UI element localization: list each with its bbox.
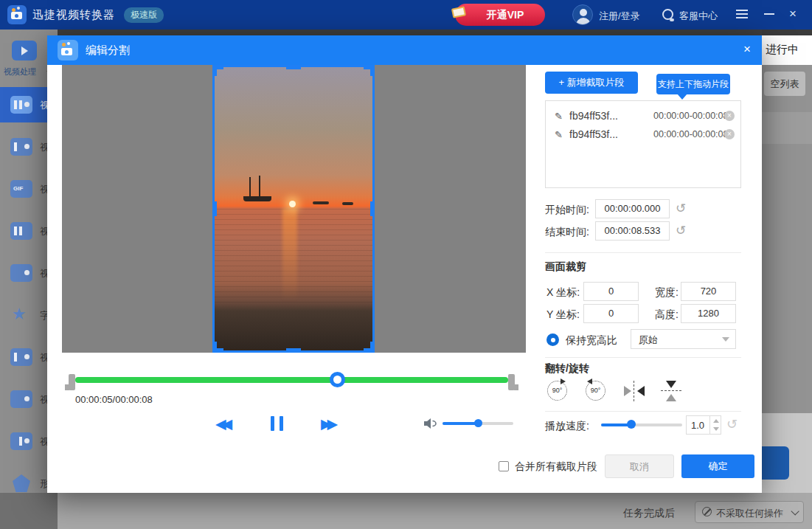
close-window-button[interactable]: × — [789, 7, 797, 21]
pause-button[interactable] — [271, 416, 283, 431]
flip-section-title: 翻转/旋转 — [545, 362, 589, 376]
app-window: 迅捷视频转换器 极速版 开通VIP 注册/登录 客服中心 × 视频处理 音 视 … — [0, 0, 812, 529]
close-dialog-button[interactable]: × — [743, 42, 751, 57]
crop-handle[interactable] — [212, 342, 223, 353]
crop-handle[interactable] — [364, 65, 375, 76]
dialog-title: 编辑分割 — [86, 44, 130, 58]
titlebar: 迅捷视频转换器 极速版 开通VIP 注册/登录 客服中心 × — [0, 0, 812, 30]
minimize-button[interactable] — [764, 13, 774, 15]
video-music-icon — [10, 264, 32, 282]
crop-handle[interactable] — [212, 65, 223, 76]
aspect-ratio-select[interactable]: 原始 — [631, 329, 736, 349]
rotate-ccw-icon[interactable]: 90° — [586, 381, 605, 401]
avatar[interactable] — [572, 4, 593, 25]
segment-name: fb94ff53f... — [569, 107, 618, 125]
segment-row[interactable]: ✎ fb94ff53f... 00:00:00-00:00:08 × — [550, 107, 736, 125]
trim-end-handle[interactable] — [508, 374, 515, 390]
vip-book-icon — [449, 4, 468, 21]
add-segment-button[interactable]: + 新增截取片段 — [545, 72, 638, 94]
volume-handle[interactable] — [474, 419, 482, 427]
drag-hint-tooltip: 支持上下拖动片段 — [656, 74, 730, 94]
crop-handle[interactable] — [286, 65, 301, 69]
time-display: 00:00:05/00:00:08 — [75, 394, 153, 405]
video-icon — [10, 138, 32, 156]
dialog-footer: 合并所有截取片段 取消 确定 — [47, 443, 762, 493]
remove-segment-icon[interactable]: × — [724, 129, 735, 139]
timeline-track[interactable] — [75, 377, 508, 383]
chevron-down-icon — [722, 337, 729, 342]
crop-handle[interactable] — [370, 201, 375, 216]
segment-range: 00:00:00-00:00:08 — [653, 125, 728, 144]
width-input[interactable]: 720 — [681, 282, 736, 301]
height-input[interactable]: 1280 — [681, 304, 736, 323]
crop-image-icon — [10, 348, 32, 366]
start-time-input[interactable]: 00:00:00.000 — [595, 199, 670, 218]
divider — [545, 252, 741, 253]
history-icon[interactable]: ↺ — [676, 201, 686, 216]
after-task-dropdown[interactable]: 不采取任何操作 — [695, 501, 804, 523]
segment-row[interactable]: ✎ fb94ff53f... 00:00:00-00:00:08 × — [550, 125, 736, 144]
rewind-button[interactable]: ◀◀ — [215, 415, 228, 432]
history-icon[interactable]: ↺ — [676, 223, 686, 238]
keep-aspect-radio[interactable] — [546, 333, 559, 346]
video-preview[interactable] — [212, 65, 375, 353]
sidebar-bottom — [0, 493, 58, 529]
preview-area — [62, 65, 526, 353]
webp-icon — [10, 222, 32, 240]
remove-segment-icon[interactable]: × — [724, 111, 735, 121]
confirm-button[interactable]: 确定 — [681, 454, 754, 478]
speed-spinner[interactable]: 1.0 — [686, 415, 721, 435]
flip-horizontal-icon[interactable] — [624, 381, 645, 401]
support-link[interactable]: 客服中心 — [679, 10, 718, 23]
movie-camera-icon — [58, 40, 78, 60]
vip-button[interactable]: 开通VIP — [455, 4, 545, 26]
trim-start-handle[interactable] — [69, 374, 75, 390]
merge-checkbox-label: 合并所有截取片段 — [515, 460, 597, 474]
sidebar-item-active[interactable]: 视 — [0, 87, 55, 122]
y-coord-input[interactable]: 0 — [583, 304, 639, 323]
flip-vertical-icon[interactable] — [661, 381, 681, 401]
fast-forward-button[interactable]: ▶▶ — [321, 415, 333, 432]
reset-speed-icon[interactable]: ↺ — [726, 416, 738, 432]
film-splitter-icon — [10, 96, 32, 114]
spin-down-icon[interactable] — [713, 427, 719, 431]
width-label: 宽度: — [655, 286, 679, 300]
dimmed-convert-button — [762, 446, 789, 480]
rotate-cw-icon[interactable]: 90° — [547, 381, 567, 401]
merge-checkbox[interactable] — [499, 461, 509, 471]
star-icon: ★ — [10, 306, 32, 324]
x-coord-label: X 坐标: — [546, 286, 580, 300]
divider — [545, 357, 741, 358]
speaker-icon[interactable] — [424, 418, 439, 432]
edition-badge: 极速版 — [124, 7, 164, 23]
segment-list: ✎ fb94ff53f... 00:00:00-00:00:08 × ✎ fb9… — [545, 100, 741, 188]
crop-section-title: 画面裁剪 — [545, 260, 586, 274]
tab-video-processing[interactable]: 视频处理 — [4, 66, 36, 77]
end-time-input[interactable]: 00:00:08.533 — [595, 221, 670, 241]
spin-up-icon[interactable] — [713, 419, 719, 423]
crop-handle[interactable] — [364, 342, 375, 353]
empty-list-button[interactable]: 空列表 — [764, 72, 805, 96]
menu-icon[interactable] — [736, 10, 748, 20]
cancel-button[interactable]: 取消 — [605, 454, 674, 478]
no-action-icon — [702, 507, 712, 516]
sun-reflection — [282, 209, 297, 301]
tab-in-progress[interactable]: 进行中 — [762, 35, 812, 65]
crop-handle[interactable] — [212, 201, 217, 216]
login-link[interactable]: 注册/登录 — [599, 10, 640, 23]
screen-record-icon — [10, 390, 32, 408]
playhead[interactable] — [330, 372, 345, 387]
shape-icon — [10, 474, 32, 492]
speed-handle[interactable] — [627, 420, 636, 429]
pencil-icon[interactable]: ✎ — [555, 125, 563, 144]
boat-silhouette — [342, 202, 353, 205]
edit-split-dialog: 编辑分割 × — [47, 35, 762, 493]
x-coord-input[interactable]: 0 — [583, 282, 639, 301]
pencil-icon[interactable]: ✎ — [555, 107, 563, 125]
crop-handle[interactable] — [286, 348, 301, 353]
gif-icon: GIF — [10, 180, 32, 198]
app-logo-icon — [7, 5, 27, 24]
dimmed-panel — [762, 112, 812, 144]
boat-silhouette — [313, 201, 329, 204]
dimmed-strip — [762, 30, 812, 35]
